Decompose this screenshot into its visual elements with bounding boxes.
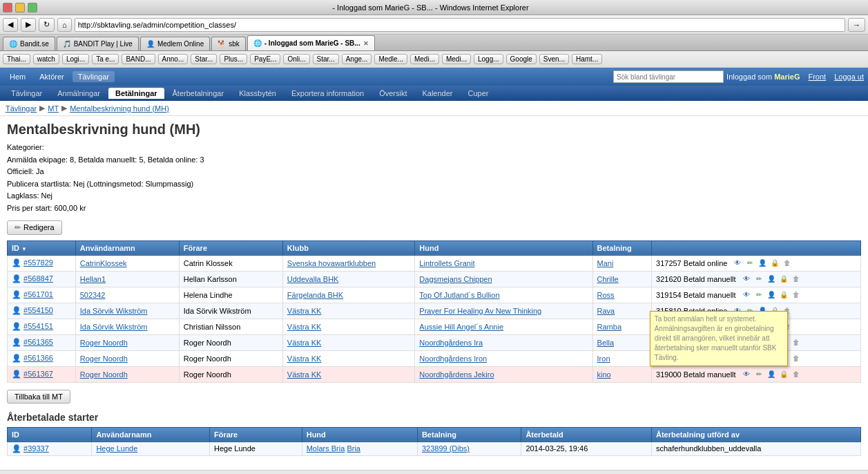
username-link[interactable]: Roger Noordh	[80, 339, 128, 347]
tab-medlem[interactable]: 👤Medlem Online	[140, 37, 210, 50]
go-button[interactable]: →	[848, 18, 865, 32]
subnav-export[interactable]: Exportera information	[284, 88, 371, 99]
tab-bandit[interactable]: 🌐Bandit.se	[3, 37, 55, 50]
id-link[interactable]: #554150	[23, 306, 53, 314]
klubb-link[interactable]: Västra KK	[287, 354, 322, 363]
delete-icon[interactable]: 🗑Ta bort anmälan helt ur systemet. Anmäl…	[791, 369, 802, 380]
person-icon[interactable]: 👤	[766, 369, 777, 380]
id-link[interactable]: #554151	[23, 322, 53, 330]
edit-icon[interactable]: ✏	[753, 369, 764, 380]
bookmark-medle[interactable]: Medle...	[374, 54, 407, 64]
bookmark-paye[interactable]: PayE...	[250, 54, 280, 64]
home-button[interactable]: ⌂	[57, 18, 72, 32]
bookmark-plus[interactable]: Plus...	[220, 54, 247, 64]
edit-button[interactable]: ✏ Redigera	[7, 220, 62, 235]
tab-bandit-play[interactable]: 🎵BANDIT Play | Live	[57, 37, 139, 50]
subnav-betalningar[interactable]: Betälningar	[108, 88, 164, 99]
klubb-link[interactable]: Västra KK	[287, 323, 322, 331]
delete-icon[interactable]: 🗑	[791, 290, 802, 301]
view-icon[interactable]: 👁	[732, 258, 743, 269]
hund-link[interactable]: Top Of Jutland´s Bullion	[419, 291, 499, 299]
front-link[interactable]: Front	[808, 73, 826, 81]
bookmark-onli[interactable]: Onli...	[283, 54, 309, 64]
username-link[interactable]: Ida Sörvik Wikström	[80, 323, 148, 331]
bookmark-google[interactable]: Google	[506, 54, 537, 64]
bookmark-tae[interactable]: Ta e...	[92, 54, 119, 64]
bookmark-sven[interactable]: Sven...	[539, 54, 569, 64]
kallelse-link[interactable]: Chrille	[597, 275, 619, 283]
bookmark-hamt[interactable]: Hamt...	[572, 54, 602, 64]
kallelse-link[interactable]: Bella	[597, 339, 614, 347]
kallelse-link[interactable]: Rava	[597, 307, 615, 315]
back-button[interactable]: ◀	[3, 18, 18, 32]
username-link[interactable]: Roger Noordh	[80, 370, 128, 379]
username-link[interactable]: Roger Noordh	[80, 354, 128, 363]
delete-icon[interactable]: 🗑	[782, 258, 793, 269]
hund-link[interactable]: Dagsmejans Chippen	[419, 275, 492, 283]
maximize-btn[interactable]	[28, 3, 37, 12]
hund-link[interactable]: Prayer For Healing Av New Thinking	[419, 307, 541, 315]
lock-icon[interactable]: 🔒	[778, 274, 789, 285]
kallelse-link[interactable]: Ramba	[597, 323, 621, 331]
klubb-link[interactable]: Västra KK	[287, 307, 322, 315]
hund-link[interactable]: Lintrollets Granit	[419, 259, 474, 267]
person-icon[interactable]: 👤	[766, 290, 777, 301]
person-icon[interactable]: 👤	[757, 258, 768, 269]
refund-user-link[interactable]: Hege Lunde	[96, 444, 137, 453]
subnav-tavlingar[interactable]: Tävlingar	[4, 88, 49, 99]
hund-link[interactable]: Aussie Hill Angel´s Annie	[419, 323, 503, 331]
bookmark-logg[interactable]: Logg...	[474, 54, 503, 64]
klubb-link[interactable]: Färgelanda BHK	[287, 291, 343, 299]
username-link[interactable]: Ida Sörvik Wikström	[80, 307, 148, 315]
id-link[interactable]: #561366	[23, 354, 53, 362]
kallelse-link[interactable]: Ross	[597, 291, 615, 299]
breadcrumb-tavlingar[interactable]: Tävlingar	[6, 104, 37, 113]
klubb-link[interactable]: Västra KK	[287, 339, 322, 347]
refund-hund-link[interactable]: Molars Bria	[307, 444, 345, 453]
close-btn[interactable]	[3, 3, 12, 12]
username-link[interactable]: Hellan1	[80, 275, 106, 283]
lock-icon[interactable]: 🔒	[778, 290, 789, 301]
bookmark-watch[interactable]: watch	[33, 54, 59, 64]
delete-icon[interactable]: 🗑	[791, 353, 802, 364]
klubb-link[interactable]: Västra KK	[287, 370, 322, 379]
breadcrumb-mt[interactable]: MT	[48, 104, 59, 113]
subnav-anmalningar[interactable]: Anmälningar	[50, 88, 107, 99]
subnav-oversikt[interactable]: Översikt	[372, 88, 414, 99]
breadcrumb-mh[interactable]: Mentalbeskrivning hund (MH)	[70, 104, 169, 113]
view-icon[interactable]: 👁	[741, 290, 752, 301]
kallelse-link[interactable]: Mani	[597, 259, 614, 267]
bookmark-ange[interactable]: Ange...	[342, 54, 372, 64]
id-link[interactable]: #561701	[23, 290, 53, 298]
th-id[interactable]: ID ▼	[8, 240, 76, 255]
hund-link[interactable]: Noordhgårdens Iron	[419, 354, 487, 363]
subnav-kalender[interactable]: Kalender	[415, 88, 459, 99]
username-link[interactable]: CatrinKlossek	[80, 259, 127, 267]
person-icon[interactable]: 👤	[766, 274, 777, 285]
nav-hem[interactable]: Hem	[4, 71, 31, 82]
nav-tavlingar[interactable]: Tävlingar	[73, 71, 115, 82]
refresh-button[interactable]: ↻	[39, 18, 55, 32]
bookmark-medi1[interactable]: Medi...	[410, 54, 439, 64]
bookmark-logi[interactable]: Logi...	[62, 54, 89, 64]
refund-hund-link2[interactable]: Bria	[347, 444, 360, 453]
bookmark-star2[interactable]: Star...	[313, 54, 339, 64]
search-input[interactable]	[613, 70, 724, 83]
delete-icon[interactable]: 🗑	[791, 337, 802, 348]
lock-icon[interactable]: 🔒	[769, 258, 780, 269]
forward-button[interactable]: ▶	[21, 18, 36, 32]
hund-link[interactable]: Noordhgårdens Ira	[419, 339, 483, 347]
nav-aktorer[interactable]: Aktörer	[34, 71, 69, 82]
subnav-cuper[interactable]: Cuper	[461, 88, 496, 99]
bookmark-star1[interactable]: Star...	[191, 54, 217, 64]
minimize-btn[interactable]	[15, 3, 25, 12]
address-bar[interactable]	[75, 18, 845, 32]
kallelse-link[interactable]: Iron	[597, 354, 610, 363]
bookmark-anno[interactable]: Anno...	[158, 54, 189, 64]
subnav-aterbetalningar[interactable]: Återbetalningar	[166, 88, 231, 99]
back-button-mt[interactable]: Tillbaka till MT	[7, 390, 70, 404]
subnav-klassbyt[interactable]: Klassbytén	[232, 88, 283, 99]
id-link[interactable]: #557829	[23, 258, 53, 267]
edit-icon[interactable]: ✏	[753, 290, 764, 301]
id-link[interactable]: #568847	[23, 274, 53, 283]
